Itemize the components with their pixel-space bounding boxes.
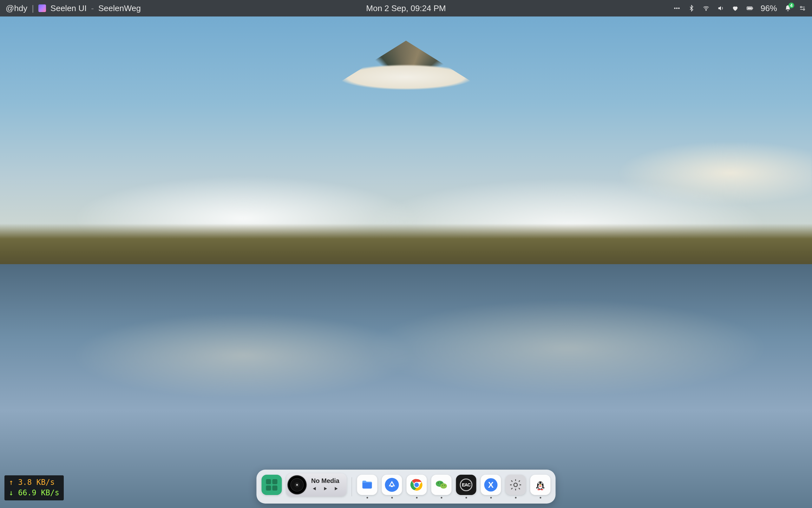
wechat-icon: [432, 475, 452, 495]
svg-point-19: [444, 485, 445, 486]
volume-icon[interactable]: [717, 4, 725, 12]
dock-item-start[interactable]: [262, 475, 282, 499]
svg-point-16: [438, 482, 439, 483]
svg-point-25: [539, 483, 540, 484]
running-indicator: [539, 497, 541, 499]
dock-item-chrome[interactable]: [407, 475, 427, 499]
qq-icon: [530, 475, 551, 495]
dock-separator: [352, 477, 352, 496]
running-indicator: [391, 497, 393, 499]
dock: No Media: [256, 470, 556, 504]
media-next-icon[interactable]: [334, 486, 340, 493]
running-indicator: [490, 497, 492, 499]
bluetooth-icon[interactable]: [688, 4, 695, 12]
svg-point-18: [442, 485, 443, 486]
settings-icon: [505, 475, 526, 495]
x-app-icon: X: [481, 475, 501, 495]
svg-rect-6: [753, 8, 753, 9]
eac-label: EAC: [462, 482, 471, 488]
notifications-icon[interactable]: 4: [784, 4, 792, 12]
eac-icon: EAC: [456, 475, 477, 495]
svg-rect-5: [747, 7, 752, 9]
wifi-icon[interactable]: [702, 4, 710, 12]
dock-item-settings[interactable]: [505, 475, 526, 499]
svg-point-27: [539, 484, 541, 485]
download-speed: 66.9 KB/s: [18, 488, 59, 497]
battery-icon[interactable]: [746, 4, 754, 12]
svg-point-7: [800, 6, 802, 8]
running-indicator: [515, 497, 516, 499]
heart-icon[interactable]: [731, 4, 739, 12]
x-label: X: [488, 480, 493, 490]
more-icon[interactable]: [673, 4, 681, 12]
app-icon[interactable]: [38, 4, 46, 12]
user-handle[interactable]: @hdy: [6, 3, 27, 13]
media-prev-icon[interactable]: [311, 486, 317, 493]
svg-point-2: [679, 8, 680, 9]
dock-item-x[interactable]: X: [481, 475, 501, 499]
download-arrow-icon: ↓: [9, 488, 13, 497]
separator: |: [32, 3, 34, 13]
media-play-icon[interactable]: [323, 486, 328, 493]
dock-item-media[interactable]: No Media: [286, 473, 347, 500]
running-indicator: [366, 497, 368, 499]
svg-point-9: [803, 8, 805, 10]
running-indicator: [465, 497, 467, 499]
svg-point-1: [676, 8, 677, 9]
dock-item-store[interactable]: [382, 475, 402, 499]
upload-speed: 3.8 KB/s: [18, 478, 55, 487]
media-title: No Media: [311, 477, 339, 484]
dock-item-qq[interactable]: [530, 475, 551, 499]
running-indicator: [416, 497, 417, 499]
app-name[interactable]: Seelen UI: [50, 3, 87, 13]
battery-percent: 96%: [761, 3, 777, 13]
app-store-icon: [382, 475, 402, 495]
vinyl-disc-icon: [288, 475, 307, 494]
dock-item-eac[interactable]: EAC: [456, 475, 477, 499]
start-icon: [262, 475, 282, 495]
dock-item-wechat[interactable]: [432, 475, 452, 499]
chrome-icon: [407, 475, 427, 495]
dash: -: [91, 3, 94, 13]
svg-point-3: [706, 10, 706, 11]
dock-item-files[interactable]: [357, 475, 377, 499]
files-icon: [357, 475, 377, 495]
desktop-wallpaper: [0, 0, 812, 508]
network-speed-widget[interactable]: ↑ 3.8 KB/s ↓ 66.9 KB/s: [4, 475, 64, 500]
clock[interactable]: Mon 2 Sep, 09:24 PM: [366, 3, 446, 13]
running-indicator: [441, 497, 442, 499]
window-title[interactable]: SeelenWeg: [98, 3, 141, 13]
svg-point-29: [540, 489, 543, 490]
svg-point-28: [537, 489, 540, 490]
media-widget[interactable]: No Media: [286, 473, 347, 496]
settings-toggle-icon[interactable]: [799, 4, 806, 12]
svg-point-15: [440, 483, 447, 489]
svg-point-26: [541, 483, 542, 484]
notification-badge: 4: [788, 3, 794, 8]
svg-point-17: [441, 482, 442, 483]
menu-bar: @hdy | Seelen UI - SeelenWeg Mon 2 Sep, …: [0, 0, 812, 16]
svg-point-0: [674, 8, 675, 9]
svg-point-20: [514, 483, 517, 486]
upload-arrow-icon: ↑: [9, 478, 13, 487]
